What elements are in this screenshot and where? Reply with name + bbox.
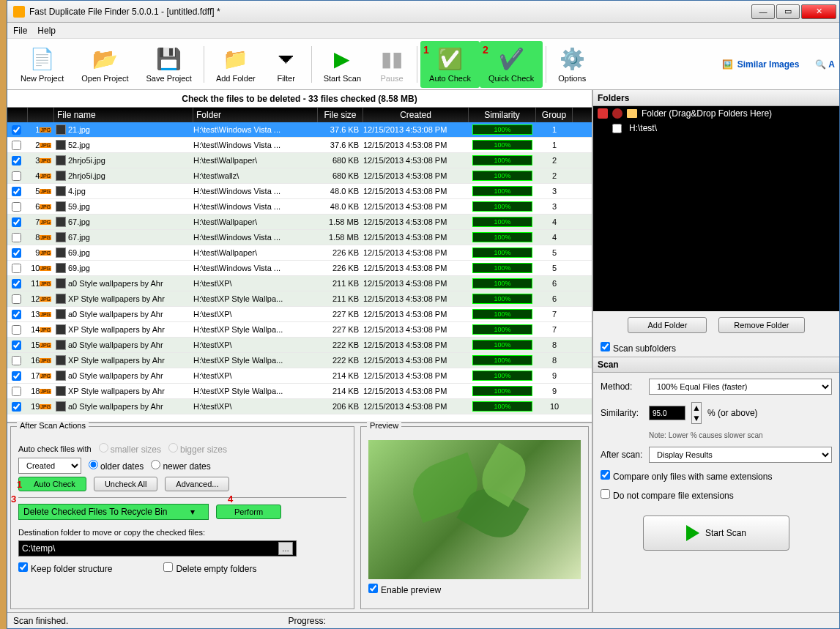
pause-button[interactable]: ▮▮Pause [370,41,414,88]
keep-structure-checkbox[interactable] [18,562,28,572]
col-created[interactable]: Created [363,108,469,122]
remove-folder-btn[interactable]: Remove Folder [718,317,804,333]
folder-item-row[interactable]: H:\test\ [593,121,839,135]
table-row[interactable]: 15JPGa0 Style wallpapers by AhrH:\test\X… [7,338,592,353]
row-checkbox[interactable] [12,248,21,258]
file-type-icon: JPG [40,281,51,286]
audio-link-icon[interactable]: 🔍 A [815,59,835,70]
row-checkbox[interactable] [12,233,21,242]
table-row[interactable]: 1JPG21.jpgH:\test\Windows Vista ...37.6 … [7,122,592,138]
file-type-icon: JPG [40,189,51,194]
browse-dest-button[interactable]: … [278,542,293,555]
row-checkbox[interactable] [12,171,21,181]
save-project-button[interactable]: 💾Save Project [138,41,201,88]
table-row[interactable]: 11JPGa0 Style wallpapers by AhrH:\test\X… [7,276,592,291]
table-row[interactable]: 3JPG2hrjo5i.jpgH:\test\Wallpaper\680 KB1… [7,153,592,168]
table-row[interactable]: 13JPGa0 Style wallpapers by AhrH:\test\X… [7,307,592,322]
dest-folder-input[interactable]: C:\temp\ … [18,540,297,557]
row-checkbox[interactable] [12,294,21,304]
table-row[interactable]: 12JPGXP Style wallpapers by AhrH:\test\X… [7,291,592,307]
menu-help[interactable]: Help [37,26,56,36]
col-size[interactable]: File size [318,108,363,122]
row-checkbox[interactable] [12,125,21,135]
row-checkbox[interactable] [12,279,21,289]
col-folder[interactable]: Folder [193,108,318,122]
row-checkbox[interactable] [12,187,21,196]
spin-up-icon[interactable]: ▲ [692,403,701,413]
similarity-input[interactable]: 95.0 [649,406,685,420]
row-checkbox[interactable] [12,325,21,335]
table-row[interactable]: 17JPGa0 Style wallpapers by AhrH:\test\X… [7,368,592,384]
table-row[interactable]: 14JPGXP Style wallpapers by AhrH:\test\X… [7,322,592,338]
row-checkbox[interactable] [12,310,21,319]
advanced-btn[interactable]: Advanced... [165,477,229,491]
row-checkbox[interactable] [12,141,21,150]
enable-preview-checkbox[interactable] [368,584,378,593]
remove-icon[interactable] [612,108,622,119]
row-checkbox[interactable] [12,340,21,350]
older-dates-radio[interactable] [89,460,98,469]
start-scan-big-button[interactable]: Start Scan [643,516,789,551]
date-criteria-select[interactable]: Created [18,458,81,474]
new-project-button[interactable]: 📄New Project [12,41,73,88]
statusbar: Scan finished. Progress: [7,612,839,628]
row-checkbox[interactable] [12,202,21,212]
not-compare-ext-checkbox[interactable] [601,489,610,499]
row-checkbox[interactable] [12,387,21,396]
table-row[interactable]: 9JPG69.jpgH:\test\Wallpaper\226 KB12/15/… [7,245,592,261]
auto-check-btn[interactable]: Auto Check [18,477,86,491]
delete-empty-checkbox[interactable] [163,562,173,572]
col-filename[interactable]: File name [54,108,193,122]
table-row[interactable]: 4JPG2hrjo5i.jpgH:\test\wallz\680 KB12/15… [7,168,592,184]
thumbnail-icon [56,294,66,304]
close-button[interactable]: ✕ [801,4,836,19]
similar-images-link[interactable]: 🖼️Similar Images [713,41,809,88]
newer-dates-radio[interactable] [151,460,160,469]
table-row[interactable]: 8JPG67.jpgH:\test\Windows Vista ...1.58 … [7,230,592,245]
table-row[interactable]: 18JPGXP Style wallpapers by AhrH:\test\X… [7,384,592,399]
row-checkbox[interactable] [12,156,21,165]
add-folder-btn[interactable]: Add Folder [628,317,707,333]
row-checkbox[interactable] [12,217,21,227]
add-folder-button[interactable]: 📁Add Folder [207,41,264,88]
table-row[interactable]: 2JPG52.jpgH:\test\Windows Vista ...37.6 … [7,138,592,153]
maximize-button[interactable]: ▭ [776,4,800,19]
table-row[interactable]: 16JPGXP Style wallpapers by AhrH:\test\X… [7,353,592,368]
scan-subfolders-checkbox[interactable] [601,342,610,351]
checkbox-all-icon[interactable] [598,108,608,119]
row-checkbox[interactable] [12,371,21,381]
table-row[interactable]: 7JPG67.jpgH:\test\Wallpaper\1.58 MB12/15… [7,215,592,230]
similarity-bar [472,232,532,242]
method-select[interactable]: 100% Equal Files (faster) [649,379,832,395]
open-project-button[interactable]: 📂Open Project [73,41,137,88]
table-row[interactable]: 6JPG59.jpgH:\test\Windows Vista ...48.0 … [7,199,592,215]
titlebar[interactable]: Fast Duplicate File Finder 5.0.0.1 - [un… [7,1,839,23]
quick-check-button[interactable]: 2✔️Quick Check [480,41,543,88]
row-checkbox[interactable] [12,264,21,273]
options-button[interactable]: ⚙️Options [549,41,595,88]
col-similarity[interactable]: Similarity [469,108,536,122]
col-group[interactable]: Group [536,108,573,122]
menu-file[interactable]: File [13,26,27,36]
uncheck-all-btn[interactable]: Uncheck All [94,477,157,491]
folder-checkbox[interactable] [612,124,622,133]
table-row[interactable]: 19JPGa0 Style wallpapers by AhrH:\test\X… [7,399,592,414]
action-select[interactable]: Delete Checked Files To Recycle Bin▾ [18,504,209,520]
row-checkbox[interactable] [12,402,21,412]
spin-down-icon[interactable]: ▼ [692,413,701,423]
compare-ext-checkbox[interactable] [601,470,610,480]
start-scan-button[interactable]: ▶Start Scan [315,41,370,88]
auto-check-button[interactable]: 1✅Auto Check [420,41,480,88]
filter-button[interactable]: ⏷Filter [264,41,308,88]
table-row[interactable]: 10JPG69.jpgH:\test\Windows Vista ...226 … [7,261,592,276]
table-header[interactable]: File name Folder File size Created Simil… [7,108,592,122]
after-scan-select[interactable]: Display Results [649,447,832,463]
row-checkbox[interactable] [12,356,21,365]
perform-btn[interactable]: Perform [216,505,281,519]
table-body[interactable]: 1JPG21.jpgH:\test\Windows Vista ...37.6 … [7,122,592,422]
thumbnail-icon [56,309,66,319]
folder-root-row[interactable]: Folder (Drag&Drop Folders Here) [593,106,839,121]
table-row[interactable]: 5JPG4.jpgH:\test\Windows Vista ...48.0 K… [7,184,592,199]
folders-tree[interactable]: Folder (Drag&Drop Folders Here) H:\test\ [593,106,839,311]
minimize-button[interactable]: — [751,4,775,19]
